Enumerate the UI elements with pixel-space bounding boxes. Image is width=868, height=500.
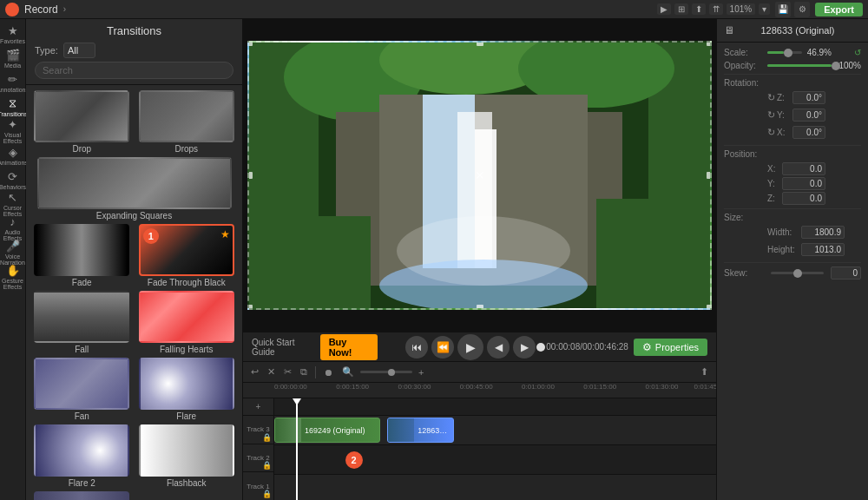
share-icon[interactable]: ⇈ bbox=[709, 3, 723, 15]
sidebar-item-transitions[interactable]: ⧖ Transitions bbox=[2, 95, 24, 118]
zoom-in-button[interactable]: + bbox=[416, 366, 426, 378]
behaviors-icon: ⟳ bbox=[8, 170, 17, 183]
quick-start-link[interactable]: Quick Start Guide bbox=[252, 338, 315, 357]
resize-handle-mr[interactable] bbox=[707, 172, 712, 179]
resize-handle-bl[interactable] bbox=[247, 305, 253, 310]
rotation-z-icon[interactable]: ↻ bbox=[767, 92, 775, 103]
zoom-dropdown-icon[interactable]: ▾ bbox=[759, 3, 770, 15]
track3-lock[interactable]: 🔒 bbox=[262, 433, 272, 442]
clip-forest[interactable]: 169249 (Original) bbox=[274, 418, 380, 443]
next-frame-button[interactable]: ▶ bbox=[513, 336, 536, 359]
sidebar-item-animations[interactable]: ◈ Animations bbox=[2, 144, 24, 167]
transition-item-drop[interactable]: Drop bbox=[31, 90, 133, 154]
save-icon[interactable]: 💾 bbox=[775, 2, 791, 17]
rotation-x-icon[interactable]: ↻ bbox=[767, 127, 775, 138]
zoom-level[interactable]: 101% bbox=[727, 3, 756, 15]
width-input[interactable] bbox=[801, 226, 845, 239]
preview-close-icon[interactable]: ✕ bbox=[475, 168, 485, 182]
transition-item-flashback[interactable]: Flashback bbox=[136, 424, 238, 488]
rewind-button[interactable]: ⏪ bbox=[431, 336, 454, 359]
sidebar-label-gesture: Gesture Effects bbox=[2, 278, 24, 290]
resize-handle-tl[interactable] bbox=[247, 41, 253, 46]
record-button[interactable]: ⏺ bbox=[321, 366, 336, 378]
pos-z-input[interactable] bbox=[782, 192, 825, 205]
delete-button[interactable]: ✕ bbox=[265, 365, 278, 378]
transition-item-falling-hearts[interactable]: Falling Hearts bbox=[136, 291, 238, 354]
properties-button[interactable]: ⚙ Properties bbox=[634, 339, 707, 356]
buy-now-button[interactable]: Buy Now! bbox=[320, 334, 378, 360]
add-track-button[interactable]: + bbox=[256, 402, 261, 411]
sidebar-item-gesture-effects[interactable]: ✋ Gesture Effects bbox=[2, 266, 24, 288]
rotation-z-input[interactable] bbox=[792, 91, 825, 104]
pos-x-input[interactable] bbox=[782, 162, 825, 175]
skew-input[interactable] bbox=[831, 266, 861, 280]
transition-item-flip[interactable]: Flip bbox=[31, 491, 133, 500]
cut-button[interactable]: ✂ bbox=[281, 365, 294, 378]
rotation-y-icon[interactable]: ↻ bbox=[767, 109, 775, 121]
sidebar-item-favorites[interactable]: ★ Favorites bbox=[2, 23, 24, 45]
undo-button[interactable]: ↩ bbox=[248, 365, 261, 378]
timeline-playhead[interactable] bbox=[296, 398, 298, 500]
transition-thumb-ftb: 1 ★ bbox=[139, 224, 234, 276]
resize-handle-bm[interactable] bbox=[477, 305, 483, 310]
clip-waterfall[interactable]: 128633 (Original) bbox=[387, 418, 453, 443]
opacity-slider[interactable] bbox=[767, 64, 832, 67]
transition-thumb-drop bbox=[34, 90, 129, 142]
transition-item-flare[interactable]: Flare bbox=[136, 358, 238, 421]
export-timeline-button[interactable]: ⬆ bbox=[698, 365, 711, 378]
transition-item-fade[interactable]: Fade bbox=[31, 224, 133, 287]
sidebar-item-media[interactable]: 🎬 Media bbox=[2, 47, 24, 69]
transition-item-drops[interactable]: Drops bbox=[136, 90, 238, 154]
rotation-z-row: ↻ Z: bbox=[767, 91, 861, 104]
prev-frame-button[interactable]: ◀ bbox=[487, 336, 510, 359]
scale-thumb[interactable] bbox=[784, 49, 792, 57]
add-track-area: + bbox=[243, 398, 273, 416]
rotation-x-input[interactable] bbox=[792, 126, 825, 139]
scale-reset[interactable]: ↺ bbox=[835, 48, 861, 57]
copy-button[interactable]: ⧉ bbox=[298, 365, 310, 378]
height-input[interactable] bbox=[801, 243, 845, 256]
skew-label: Skew: bbox=[724, 268, 767, 278]
pos-y-input[interactable] bbox=[782, 177, 825, 190]
skip-to-start-button[interactable]: ⏮ bbox=[405, 336, 428, 359]
zoom-out-button[interactable]: 🔍 bbox=[339, 365, 357, 378]
transition-item-ftb[interactable]: 1 ★ Fade Through Black bbox=[136, 224, 238, 287]
transition-label-fall: Fall bbox=[75, 345, 89, 354]
settings-icon[interactable]: ⚙ bbox=[794, 2, 810, 17]
skew-slider[interactable] bbox=[771, 272, 824, 274]
resize-handle-ml[interactable] bbox=[247, 172, 253, 179]
sidebar-item-annotations[interactable]: ✏ Annotations bbox=[2, 71, 24, 94]
transition-item-fall[interactable]: Fall bbox=[31, 291, 133, 354]
track1-lock[interactable]: 🔒 bbox=[262, 490, 272, 498]
sidebar-item-behaviors[interactable]: ⟳ Behaviors bbox=[2, 168, 24, 191]
sidebar-item-visual-effects[interactable]: ✦ Visual Effects bbox=[2, 120, 24, 142]
transition-thumb-fade bbox=[34, 224, 129, 276]
export-button[interactable]: Export bbox=[815, 3, 863, 16]
play-icon[interactable]: ▶ bbox=[657, 3, 671, 15]
resize-handle-tm[interactable] bbox=[477, 41, 483, 46]
transition-item-flare2[interactable]: Flare 2 bbox=[31, 424, 133, 488]
play-button[interactable]: ▶ bbox=[457, 334, 483, 360]
progress-thumb[interactable] bbox=[536, 343, 545, 352]
sidebar-item-audio-effects[interactable]: ♪ Audio Effects bbox=[2, 217, 24, 240]
monitor-icon[interactable]: 🖥 bbox=[724, 24, 734, 36]
rotation-y-input[interactable] bbox=[792, 109, 825, 122]
transition-item-fan[interactable]: Fan bbox=[31, 358, 133, 421]
type-select[interactable]: All bbox=[63, 43, 95, 58]
timeline-zoom-slider[interactable] bbox=[360, 371, 412, 373]
sidebar-label-behaviors: Behaviors bbox=[0, 184, 26, 190]
track2-label: Track 2 🔒 bbox=[243, 444, 273, 473]
sidebar-item-cursor-effects[interactable]: ↖ Cursor Effects bbox=[2, 193, 24, 215]
track2-lock[interactable]: 🔒 bbox=[262, 461, 272, 470]
resize-handle-br[interactable] bbox=[707, 305, 712, 310]
scale-slider[interactable] bbox=[767, 51, 802, 54]
export-settings-icon[interactable]: ⬆ bbox=[692, 3, 706, 15]
gesture-effects-icon: ✋ bbox=[6, 264, 20, 277]
transition-item-expanding-squares[interactable]: Expanding Squares bbox=[31, 157, 237, 220]
skew-thumb[interactable] bbox=[793, 269, 802, 278]
transitions-search[interactable] bbox=[35, 62, 233, 79]
resize-handle-tr[interactable] bbox=[707, 41, 712, 46]
sidebar-item-voice-narration[interactable]: 🎤 Voice Narration bbox=[2, 241, 24, 264]
record-mode-icon[interactable]: ⊞ bbox=[674, 3, 688, 15]
opacity-thumb[interactable] bbox=[832, 62, 840, 70]
